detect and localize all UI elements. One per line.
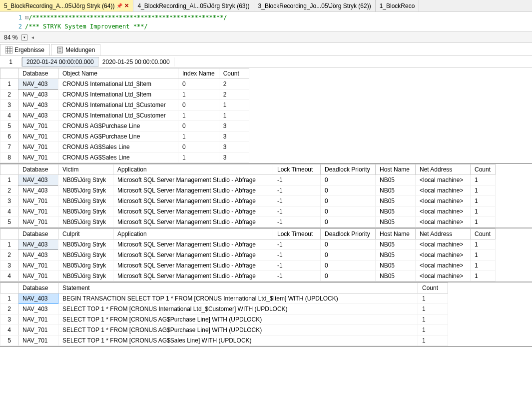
scroll-left-icon[interactable]: ◂: [29, 34, 35, 40]
cell[interactable]: 0: [178, 142, 219, 152]
cell[interactable]: NAV_403: [18, 186, 58, 196]
date-from-cell[interactable]: 2020-01-24 00:00:00.000: [22, 57, 98, 67]
cell[interactable]: Microsoft SQL Server Management Studio -…: [113, 271, 273, 282]
cell[interactable]: CRONUS AG$Sales Line: [58, 152, 178, 163]
cell[interactable]: 3: [219, 142, 249, 152]
tab-doc-5[interactable]: 5_BlockRecording_A...05\Jörg Stryk (64))…: [0, 0, 133, 12]
column-header[interactable]: Host Name: [376, 164, 416, 175]
cell[interactable]: 1: [471, 250, 496, 260]
cell[interactable]: NAV_403: [18, 175, 58, 186]
cell[interactable]: <local machine>: [416, 217, 471, 228]
cell[interactable]: Microsoft SQL Server Management Studio -…: [113, 260, 273, 271]
cell[interactable]: -1: [273, 206, 321, 217]
cell[interactable]: NAV_701: [18, 336, 58, 346]
cell[interactable]: NAV_403: [18, 250, 58, 260]
cell[interactable]: Microsoft SQL Server Management Studio -…: [113, 250, 273, 260]
cell[interactable]: -1: [273, 175, 321, 186]
table-row[interactable]: 4NAV_701NB05\Jörg StrykMicrosoft SQL Ser…: [0, 271, 496, 282]
results-grid-3[interactable]: DatabaseCulpritApplicationLock TimeoutDe…: [0, 228, 496, 282]
column-header[interactable]: Deadlock Priority: [321, 164, 376, 175]
cell[interactable]: NB05\Jörg Stryk: [58, 250, 113, 260]
cell[interactable]: 0: [321, 260, 376, 271]
table-row[interactable]: 6NAV_701CRONUS AG$Purchase Line13: [0, 132, 249, 142]
cell[interactable]: 1: [471, 175, 496, 186]
cell[interactable]: Microsoft SQL Server Management Studio -…: [113, 240, 273, 250]
cell[interactable]: 1: [471, 186, 496, 196]
results-grid-4[interactable]: DatabaseStatementCount1NAV_403 BEGIN TRA…: [0, 282, 448, 346]
cell[interactable]: 3: [219, 152, 249, 163]
cell[interactable]: 1: [219, 100, 249, 110]
cell[interactable]: 1: [219, 110, 249, 121]
column-header[interactable]: Victim: [58, 164, 113, 175]
cell[interactable]: NAV_701: [18, 121, 58, 132]
column-header[interactable]: Database: [18, 283, 58, 294]
cell[interactable]: CRONUS AG$Purchase Line: [58, 121, 178, 132]
column-header[interactable]: Culprit: [58, 229, 113, 240]
results-grid-1[interactable]: DatabaseObject NameIndex NameCount1NAV_4…: [0, 68, 249, 163]
cell[interactable]: 0: [178, 79, 219, 90]
column-header[interactable]: Net Address: [416, 164, 471, 175]
cell[interactable]: NAV_403: [18, 100, 58, 110]
tab-doc-1[interactable]: 1_BlockReco: [376, 0, 420, 12]
cell[interactable]: NB05\Jörg Stryk: [58, 260, 113, 271]
table-row[interactable]: 3NAV_701 SELECT TOP 1 * FROM [CRONUS AG$…: [0, 314, 448, 325]
tab-doc-3[interactable]: 3_BlockRecording_Jo...05\Jörg Stryk (62)…: [254, 0, 376, 12]
tab-results[interactable]: Ergebnisse: [0, 44, 50, 56]
cell[interactable]: 1: [471, 196, 496, 206]
cell[interactable]: 1: [178, 90, 219, 100]
table-row[interactable]: 5NAV_701 SELECT TOP 1 * FROM [CRONUS AG$…: [0, 336, 448, 346]
cell[interactable]: NB05: [376, 271, 416, 282]
cell[interactable]: Microsoft SQL Server Management Studio -…: [113, 175, 273, 186]
table-row[interactable]: 4NAV_403CRONUS International Ltd_$Custom…: [0, 110, 249, 121]
cell[interactable]: Microsoft SQL Server Management Studio -…: [113, 196, 273, 206]
cell[interactable]: 1: [178, 110, 219, 121]
cell[interactable]: <local machine>: [416, 260, 471, 271]
cell[interactable]: 1: [418, 294, 448, 304]
cell[interactable]: 0: [321, 271, 376, 282]
column-header[interactable]: Lock Timeout: [273, 164, 321, 175]
cell[interactable]: 1: [418, 325, 448, 336]
table-row[interactable]: 1NAV_403CRONUS International Ltd_$Item02: [0, 79, 249, 90]
cell[interactable]: 1: [471, 217, 496, 228]
cell[interactable]: NB05: [376, 175, 416, 186]
cell[interactable]: <local machine>: [416, 196, 471, 206]
code-area[interactable]: ⊟/**************************************…: [25, 12, 532, 32]
cell[interactable]: NB05\Jörg Stryk: [58, 271, 113, 282]
cell[interactable]: SELECT TOP 1 * FROM [CRONUS AG$Purchase …: [58, 325, 418, 336]
cell[interactable]: NAV_701: [18, 271, 58, 282]
table-row[interactable]: 5NAV_701NB05\Jörg StrykMicrosoft SQL Ser…: [0, 217, 496, 228]
cell[interactable]: -1: [273, 196, 321, 206]
cell[interactable]: BEGIN TRANSACTION SELECT TOP 1 * FROM [C…: [58, 294, 418, 304]
cell[interactable]: NAV_701: [18, 152, 58, 163]
cell[interactable]: 0: [321, 186, 376, 196]
cell[interactable]: NAV_403: [18, 240, 58, 250]
cell[interactable]: -1: [273, 250, 321, 260]
tab-messages[interactable]: Meldungen: [51, 44, 100, 56]
column-header[interactable]: Database: [18, 68, 58, 79]
cell[interactable]: 3: [219, 121, 249, 132]
cell[interactable]: -1: [273, 186, 321, 196]
cell[interactable]: Microsoft SQL Server Management Studio -…: [113, 206, 273, 217]
cell[interactable]: NB05: [376, 260, 416, 271]
table-row[interactable]: 3NAV_701NB05\Jörg StrykMicrosoft SQL Ser…: [0, 260, 496, 271]
table-row[interactable]: 3NAV_403CRONUS International Ltd_$Custom…: [0, 100, 249, 110]
cell[interactable]: <local machine>: [416, 186, 471, 196]
column-header[interactable]: Count: [471, 229, 496, 240]
cell[interactable]: <local machine>: [416, 206, 471, 217]
cell[interactable]: SELECT TOP 1 * FROM [CRONUS AG$Sales Lin…: [58, 336, 418, 346]
cell[interactable]: CRONUS AG$Purchase Line: [58, 132, 178, 142]
column-header[interactable]: Net Address: [416, 229, 471, 240]
cell[interactable]: NAV_701: [18, 325, 58, 336]
table-row[interactable]: 1NAV_403NB05\Jörg StrykMicrosoft SQL Ser…: [0, 175, 496, 186]
cell[interactable]: Microsoft SQL Server Management Studio -…: [113, 186, 273, 196]
table-row[interactable]: 3NAV_701NB05\Jörg StrykMicrosoft SQL Ser…: [0, 196, 496, 206]
column-header[interactable]: Count: [219, 68, 249, 79]
cell[interactable]: -1: [273, 217, 321, 228]
column-header[interactable]: Deadlock Priority: [321, 229, 376, 240]
cell[interactable]: NB05\Jörg Stryk: [58, 240, 113, 250]
table-row[interactable]: 2NAV_403 SELECT TOP 1 * FROM [CRONUS Int…: [0, 304, 448, 314]
cell[interactable]: 0: [321, 217, 376, 228]
cell[interactable]: <local machine>: [416, 250, 471, 260]
cell[interactable]: 0: [178, 121, 219, 132]
column-header[interactable]: Count: [418, 283, 448, 294]
